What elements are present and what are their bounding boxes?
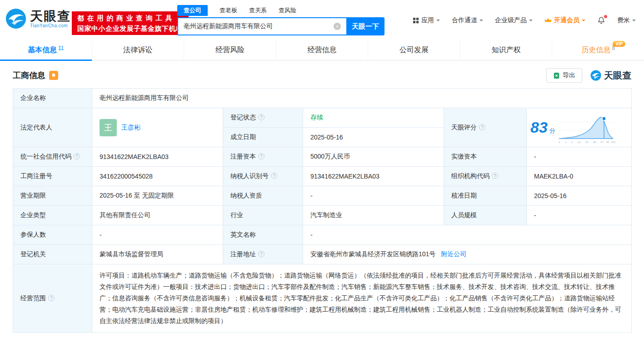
tab-legal-proceedings[interactable]: 法律诉讼 (92, 40, 184, 60)
section-actions: 导出 天眼查 (546, 68, 631, 83)
table-row: 企业类型 其他有限责任公司 行业 汽车制造业 人员规模 - (13, 206, 632, 225)
business-scope-label: 经营范围 (13, 264, 92, 333)
tianyancha-logo[interactable]: 天眼查 TianYanCha.com (5, 8, 71, 29)
svg-text:3: 3 (571, 141, 573, 144)
page-header: 天眼查 TianYanCha.com 都在用的商业查询工具 国家中小企业发展子基… (0, 0, 644, 40)
address-label: 注册地址 (223, 245, 303, 264)
subscribe-bell-button[interactable] (49, 71, 58, 80)
help-icon[interactable] (258, 153, 265, 159)
reg-authority-value: 蒙城县市场监督管理局 (92, 245, 223, 264)
tab-company-development[interactable]: 公司发展 (368, 40, 460, 60)
svg-text:85: 85 (593, 141, 596, 144)
table-row: 营业期限 2025-05-16 至 无固定期限 纳税人资质 - 核准日期 202… (13, 186, 632, 206)
business-term-label: 营业期限 (13, 186, 92, 206)
staff-size-label: 人员规模 (444, 206, 527, 225)
nav-enterprise-label: 企业级产品 (495, 16, 527, 25)
export-button[interactable]: 导出 (546, 68, 582, 83)
help-icon[interactable] (271, 173, 277, 179)
est-date-value: 2025-05-16 (303, 128, 444, 147)
bell-icon (51, 73, 56, 78)
help-icon[interactable] (258, 114, 265, 120)
paid-capital-label: 实缴资本 (444, 147, 527, 167)
org-code-label: 组织机构代码 (444, 167, 527, 186)
svg-text:97: 97 (600, 141, 604, 144)
tab-label: 公司发展 (399, 45, 429, 55)
svg-text:50: 50 (585, 141, 589, 144)
taxpayer-id-value: 91341622MAEK2LBA03 (303, 167, 444, 186)
section-title-group: 工商信息 (13, 70, 58, 81)
export-excel-icon (553, 72, 560, 79)
company-name-value: 亳州远程新能源商用车有限公司 (92, 89, 632, 108)
reg-status-value: 存续 (303, 108, 444, 128)
svg-text:15: 15 (578, 141, 581, 144)
table-row: 工商注册号 341622000545028 纳税人识别号 91341622MAE… (13, 167, 632, 186)
svg-text:100: 100 (611, 141, 615, 144)
tab-basic-info[interactable]: 基本信息 11 (0, 40, 92, 60)
reg-number-value: 341622000545028 (92, 167, 223, 186)
search-row: 天眼一下 (177, 17, 384, 35)
nav-user[interactable]: 费米 (617, 16, 636, 25)
search-button[interactable]: 天眼一下 (346, 17, 384, 35)
help-icon[interactable] (48, 295, 55, 301)
notification-dot (604, 15, 607, 18)
tab-label: 历史信息 (581, 45, 610, 55)
business-term-value: 2025-05-16 至 无固定期限 (92, 186, 223, 206)
taxpayer-quality-value: - (303, 186, 444, 206)
reg-authority-label: 登记机关 (13, 245, 92, 264)
logo-domain: TianYanCha.com (30, 23, 71, 28)
table-row: 登记机关 蒙城县市场监督管理局 注册地址 安徽省亳州市蒙城县经济开发区锦绣路10… (13, 245, 632, 264)
score-value-cell: 83 分 0 1 3 15 50 85 (527, 108, 632, 147)
search-tab-relation[interactable]: 查关系 (249, 6, 267, 15)
section-title: 工商信息 (13, 70, 45, 81)
help-icon[interactable] (479, 124, 485, 130)
help-icon[interactable] (74, 153, 80, 159)
apps-grid-icon (413, 17, 419, 24)
score-distribution-chart: 0 1 3 15 50 85 97 99 100 (557, 111, 615, 144)
avatar[interactable]: 王 (100, 119, 117, 136)
score-number: 83 (530, 119, 548, 136)
tab-operating-risk[interactable]: 经营风险 (184, 40, 276, 60)
tab-operating-info[interactable]: 经营信息 (276, 40, 368, 60)
legal-rep-link[interactable]: 王彦彬 (121, 124, 140, 132)
search-tab-risk[interactable]: 查风险 (279, 6, 296, 15)
help-icon[interactable] (492, 173, 498, 179)
logo-name: 天眼查 (30, 10, 71, 23)
nav-apps-label: 应用 (421, 16, 434, 25)
tab-history-info[interactable]: 历史信息 8 VIP (552, 40, 644, 60)
notification-bell[interactable] (597, 16, 605, 25)
help-icon[interactable] (258, 251, 265, 257)
search-tab-boss[interactable]: 查老板 (220, 6, 237, 15)
nav-vip-label: 开通会员 (554, 16, 579, 25)
export-label: 导出 (563, 71, 575, 80)
nearby-companies-link[interactable]: 附近公司 (441, 250, 466, 258)
search-input-wrap (177, 17, 346, 35)
nav-enterprise[interactable]: 企业级产品 (495, 16, 533, 25)
logo-text: 天眼查 TianYanCha.com (30, 10, 71, 28)
crown-icon (544, 18, 552, 23)
brand-name: 天眼查 (604, 70, 631, 82)
company-type-value: 其他有限责任公司 (92, 206, 223, 225)
search-clear-icon[interactable] (334, 23, 341, 30)
search-tab-company[interactable]: 查公司 (177, 5, 208, 16)
approval-date-label: 核准日期 (444, 186, 527, 206)
vip-badge: VIP (613, 41, 625, 47)
nav-partner[interactable]: 合作通道 (452, 16, 483, 25)
chevron-down-icon (632, 20, 636, 23)
tab-label: 基本信息 (28, 45, 57, 55)
score-label: 天眼评分 (444, 108, 527, 147)
credit-code-label: 统一社会信用代码 (13, 147, 92, 167)
nav-vip-membership[interactable]: 开通会员 (544, 16, 585, 25)
search-tabs: 查公司 查老板 查关系 查风险 (177, 5, 384, 16)
tab-intellectual-property[interactable]: 知识产权 (460, 40, 552, 60)
taxpayer-id-label: 纳税人识别号 (223, 167, 303, 186)
brand-watermark: 天眼查 (590, 70, 631, 82)
insured-label: 参保人数 (13, 225, 92, 245)
legal-rep-value: 王 王彦彬 (92, 108, 223, 147)
table-row: 统一社会信用代码 91341622MAEK2LBA03 注册资本 5000万人民… (13, 147, 632, 167)
nav-apps[interactable]: 应用 (413, 16, 440, 25)
svg-text:0: 0 (559, 141, 560, 144)
search-input[interactable] (177, 17, 346, 35)
nav-partner-label: 合作通道 (452, 16, 477, 25)
company-type-label: 企业类型 (13, 206, 92, 225)
tianyancha-logo-icon (5, 8, 26, 29)
